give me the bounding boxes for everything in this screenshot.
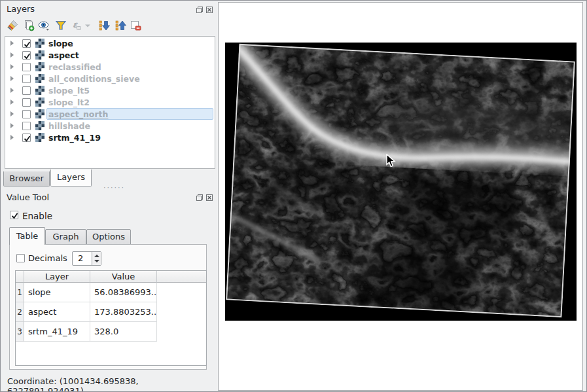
value-tool-content: Decimals 2 Layer Value 1 slope 56.083869… — [9, 244, 207, 370]
row-number: 1 — [16, 283, 24, 302]
layer-checkbox[interactable] — [22, 110, 31, 118]
layer-checkbox[interactable] — [22, 86, 31, 95]
table-row: 2 aspect 173.8803253... — [16, 302, 206, 322]
float-panel-icon[interactable] — [196, 194, 204, 202]
filter-by-expression-icon[interactable]: ε — [71, 20, 82, 31]
layer-tree[interactable]: slope aspect reclassified — [5, 36, 215, 169]
row-number: 3 — [16, 322, 24, 342]
raster-layer-icon — [35, 133, 44, 142]
raster-layer-icon — [35, 98, 44, 107]
raster-layer-icon — [35, 86, 44, 95]
cell-value: 328.0 — [90, 322, 157, 342]
expand-icon[interactable] — [9, 41, 15, 46]
layer-checkbox[interactable] — [22, 98, 31, 107]
decimals-checkbox[interactable] — [16, 254, 25, 262]
layer-label: slope_lt5 — [48, 86, 90, 96]
expand-icon[interactable] — [9, 123, 15, 128]
cursor-icon — [385, 154, 397, 168]
expression-dropdown-icon[interactable] — [84, 20, 91, 31]
filter-legend-icon[interactable] — [55, 20, 67, 31]
row-number: 2 — [16, 302, 24, 322]
layer-label: slope_lt2 — [48, 98, 90, 107]
enable-checkbox[interactable] — [10, 211, 18, 219]
value-tool-title: Value Tool — [7, 192, 49, 202]
layer-checkbox[interactable] — [22, 134, 31, 142]
spinner-buttons[interactable] — [92, 252, 101, 265]
decimals-label: Decimals — [28, 253, 67, 263]
layer-label: aspect_north — [48, 109, 108, 119]
raster-layer-icon — [35, 62, 44, 71]
corner-header — [16, 271, 24, 283]
enable-label: Enable — [22, 211, 52, 221]
raster-layer-icon — [35, 39, 44, 48]
layer-row-hillshade[interactable]: hillshade — [5, 120, 215, 132]
expand-icon[interactable] — [9, 135, 15, 140]
map-canvas[interactable] — [218, 2, 583, 391]
layer-row-reclassified[interactable]: reclassified — [5, 61, 215, 73]
decimals-spinbox[interactable]: 2 — [72, 251, 101, 266]
add-group-icon[interactable] — [23, 20, 35, 31]
manage-map-themes-icon[interactable] — [38, 20, 50, 31]
expand-icon[interactable] — [9, 99, 15, 105]
slope-raster-image — [226, 44, 575, 317]
table-header: Layer Value — [16, 271, 206, 283]
tab-graph[interactable]: Graph — [45, 229, 86, 245]
expand-icon[interactable] — [9, 111, 15, 116]
decimals-value: 2 — [78, 253, 83, 263]
cell-layer: aspect — [24, 302, 90, 322]
float-panel-icon[interactable] — [196, 6, 204, 14]
tab-table[interactable]: Table — [9, 227, 45, 245]
cell-layer: srtm_41_19 — [24, 322, 90, 342]
layer-checkbox[interactable] — [22, 75, 31, 83]
raster-layer-icon — [35, 109, 44, 118]
remove-layer-group-icon[interactable] — [130, 20, 141, 31]
layer-row-srtm-41-19[interactable]: srtm_41_19 — [5, 132, 215, 143]
qgis-window: Layers ε — [0, 0, 587, 392]
layer-row-all-conditions-sieve[interactable]: all_conditions_sieve — [5, 73, 215, 84]
layer-label: reclassified — [48, 62, 101, 72]
coordinate-readout: Coordinate: (1001434.695838, 6227891.924… — [7, 376, 217, 392]
cell-layer: slope — [24, 283, 90, 302]
layer-row-slope[interactable]: slope — [5, 37, 215, 49]
collapse-all-icon[interactable] — [115, 20, 126, 31]
table-row: 1 slope 56.08386993... — [16, 283, 206, 302]
expand-icon[interactable] — [9, 76, 15, 81]
close-panel-icon[interactable] — [205, 6, 213, 14]
layer-label: hillshade — [48, 121, 90, 131]
raster-extent — [225, 43, 577, 321]
tab-options[interactable]: Options — [86, 229, 131, 245]
column-header-layer: Layer — [24, 271, 90, 283]
expand-icon[interactable] — [9, 64, 15, 69]
layer-label: all_conditions_sieve — [48, 74, 140, 84]
layer-label: aspect — [48, 50, 79, 60]
value-table[interactable]: Layer Value 1 slope 56.08386993... 2 asp… — [15, 270, 207, 366]
layer-label: srtm_41_19 — [48, 133, 101, 143]
layer-checkbox[interactable] — [22, 63, 31, 71]
raster-layer-icon — [35, 121, 44, 130]
layer-row-aspect-north[interactable]: aspect_north — [5, 108, 215, 120]
cell-value: 56.08386993... — [90, 283, 157, 302]
cell-value: 173.8803253... — [90, 302, 157, 322]
layer-checkbox[interactable] — [22, 122, 31, 130]
expand-icon[interactable] — [9, 88, 15, 93]
dock-splitter-handle[interactable]: ······ — [103, 183, 125, 192]
layer-checkbox[interactable] — [22, 39, 31, 48]
column-header-value: Value — [90, 271, 157, 283]
layer-row-slope-lt5[interactable]: slope_lt5 — [5, 84, 215, 96]
layers-panel-title: Layers — [7, 4, 35, 14]
left-dock: Layers ε — [1, 1, 217, 391]
style-manager-icon[interactable] — [7, 20, 18, 31]
tab-browser[interactable]: Browser — [3, 171, 50, 187]
close-panel-icon[interactable] — [205, 194, 213, 202]
tab-layers[interactable]: Layers — [50, 169, 92, 187]
spin-down-icon[interactable] — [94, 260, 99, 262]
layer-row-slope-lt2[interactable]: slope_lt2 — [5, 96, 215, 108]
spin-up-icon[interactable] — [94, 255, 99, 257]
expand-icon[interactable] — [9, 52, 15, 58]
layer-label: slope — [48, 39, 73, 48]
table-row: 3 srtm_41_19 328.0 — [16, 322, 206, 342]
layer-row-aspect[interactable]: aspect — [5, 49, 215, 61]
layer-checkbox[interactable] — [22, 51, 31, 60]
expand-all-icon[interactable] — [98, 20, 110, 31]
raster-layer-icon — [35, 50, 44, 60]
